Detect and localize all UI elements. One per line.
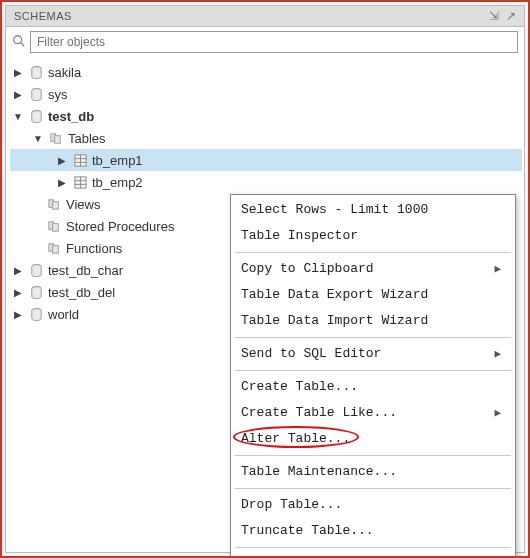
tree-node-sys[interactable]: ▶ sys (10, 83, 522, 105)
database-icon (28, 86, 44, 102)
menu-alter-table[interactable]: Alter Table... (231, 426, 515, 452)
svg-rect-18 (52, 223, 58, 231)
menu-drop-table[interactable]: Drop Table... (231, 492, 515, 518)
panel-collapse-icon[interactable]: ↗ (506, 9, 517, 23)
menu-separator (235, 337, 511, 338)
menu-label: Table Inspector (241, 227, 358, 245)
menu-label: Copy to Clipboard (241, 260, 374, 278)
table-icon (72, 174, 88, 190)
menu-label: Select Rows - Limit 1000 (241, 201, 428, 219)
tree-label: world (48, 307, 79, 322)
tree-node-tb-emp2[interactable]: ▶ tb_emp2 (10, 171, 522, 193)
tree-label: sakila (48, 65, 81, 80)
functions-folder-icon (46, 240, 62, 256)
menu-create-table[interactable]: Create Table... (231, 374, 515, 400)
search-icon (12, 34, 26, 51)
panel-header-controls: ⇲ ↗ (489, 9, 516, 23)
svg-rect-16 (52, 201, 58, 209)
menu-separator (235, 455, 511, 456)
menu-label: Truncate Table... (241, 522, 374, 540)
collapse-toggle-icon[interactable]: ▼ (12, 111, 24, 122)
menu-label: Create Table Like... (241, 404, 397, 422)
submenu-arrow-icon: ▶ (494, 345, 501, 363)
menu-label: Send to SQL Editor (241, 345, 381, 363)
tree-node-test-db[interactable]: ▼ test_db (10, 105, 522, 127)
menu-data-import[interactable]: Table Data Import Wizard (231, 308, 515, 334)
svg-rect-20 (52, 245, 58, 253)
table-icon (72, 152, 88, 168)
tree-label: sys (48, 87, 68, 102)
annotation-highlight-ellipse (233, 426, 359, 448)
menu-label: Table Data Import Wizard (241, 312, 428, 330)
tree-node-tb-emp1[interactable]: ▶ tb_emp1 (10, 149, 522, 171)
stored-procs-folder-icon (46, 218, 62, 234)
tree-label: Functions (66, 241, 122, 256)
database-icon (28, 64, 44, 80)
tree-label: test_db (48, 109, 94, 124)
menu-send-sql[interactable]: Send to SQL Editor▶ (231, 341, 515, 367)
views-folder-icon (46, 196, 62, 212)
menu-separator (235, 488, 511, 489)
menu-label: Table Maintenance... (241, 463, 397, 481)
menu-truncate-table[interactable]: Truncate Table... (231, 518, 515, 544)
expand-toggle-icon[interactable]: ▶ (56, 177, 68, 188)
menu-separator (235, 547, 511, 548)
expand-toggle-icon[interactable]: ▶ (12, 265, 24, 276)
tree-label: test_db_char (48, 263, 123, 278)
submenu-arrow-icon: ▶ (494, 260, 501, 278)
expand-toggle-icon[interactable]: ▶ (56, 155, 68, 166)
tree-label: Tables (68, 131, 106, 146)
expand-toggle-icon[interactable]: ▶ (12, 287, 24, 298)
table-context-menu: Select Rows - Limit 1000 Table Inspector… (230, 194, 516, 558)
tree-label: tb_emp1 (92, 153, 143, 168)
tables-folder-icon (48, 130, 64, 146)
svg-rect-6 (54, 135, 60, 143)
menu-separator (235, 252, 511, 253)
menu-create-table-like[interactable]: Create Table Like...▶ (231, 400, 515, 426)
filter-objects-input[interactable] (30, 31, 518, 53)
menu-label: Drop Table... (241, 496, 342, 514)
menu-label: Create Table... (241, 378, 358, 396)
database-icon (28, 284, 44, 300)
submenu-arrow-icon: ▶ (494, 404, 501, 422)
search-row (6, 27, 524, 57)
tree-label: Views (66, 197, 100, 212)
schemas-panel-window: SCHEMAS ⇲ ↗ ▶ sakila ▶ (0, 0, 530, 558)
menu-table-inspector[interactable]: Table Inspector (231, 223, 515, 249)
expand-toggle-icon[interactable]: ▶ (12, 309, 24, 320)
tree-label: Stored Procedures (66, 219, 174, 234)
menu-data-export[interactable]: Table Data Export Wizard (231, 282, 515, 308)
panel-title: SCHEMAS (14, 10, 72, 22)
menu-table-maintenance[interactable]: Table Maintenance... (231, 459, 515, 485)
database-icon (28, 262, 44, 278)
menu-separator (235, 370, 511, 371)
menu-select-rows[interactable]: Select Rows - Limit 1000 (231, 197, 515, 223)
expand-toggle-icon[interactable]: ▶ (12, 89, 24, 100)
svg-line-1 (21, 42, 25, 46)
panel-pin-icon[interactable]: ⇲ (489, 9, 500, 23)
expand-toggle-icon[interactable]: ▶ (12, 67, 24, 78)
database-icon (28, 306, 44, 322)
tree-node-sakila[interactable]: ▶ sakila (10, 61, 522, 83)
panel-header: SCHEMAS ⇲ ↗ (6, 6, 524, 27)
tree-label: tb_emp2 (92, 175, 143, 190)
collapse-toggle-icon[interactable]: ▼ (32, 133, 44, 144)
tree-node-tables[interactable]: ▼ Tables (10, 127, 522, 149)
tree-label: test_db_del (48, 285, 115, 300)
database-icon (28, 108, 44, 124)
menu-copy-clipboard[interactable]: Copy to Clipboard▶ (231, 256, 515, 282)
menu-label: Table Data Export Wizard (241, 286, 428, 304)
menu-search-table-data[interactable]: Search Table Data... (231, 551, 515, 558)
svg-point-0 (14, 35, 22, 43)
